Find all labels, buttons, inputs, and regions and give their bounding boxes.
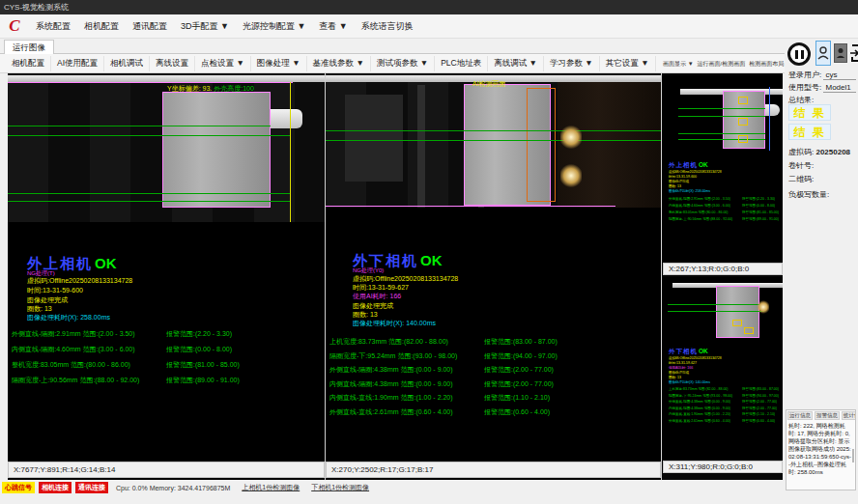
log-scrollbar[interactable] xyxy=(852,449,854,462)
measurement-row: 外侧直线-隔圈:4.38mm 范围:(0.00 - 9.00) 报警范围:(2.… xyxy=(669,400,783,405)
log-box[interactable]: 运行信息报警信息统计信息 耗时: 222, 网络检测耗时: 17, 网络分类耗时… xyxy=(786,409,856,490)
toolbar-item[interactable]: 相机调试 xyxy=(104,56,150,71)
timing-line: 图像处理耗时(X): 140.00ms xyxy=(669,379,783,384)
baseline-pink xyxy=(8,82,293,83)
control-panel: 登录用户: cys 使用型号: Model1 总结果: 结 果 结 果 虚拟码:… xyxy=(785,39,858,504)
tab-strip: 运行图像 xyxy=(0,39,858,54)
measurement-value: 整机宽度:83.05mm 范围:(80.00 - 86.00) xyxy=(669,210,741,214)
toolbar-item[interactable]: 离线设置 xyxy=(150,56,195,71)
toolbar-item[interactable]: 点检设置 ▼ xyxy=(195,56,251,71)
camera-image-lower: AI检测画面 xyxy=(326,75,661,208)
alarm-range: 报警范围:(0.00 - 8.00) xyxy=(742,204,775,208)
exit-button[interactable] xyxy=(850,42,858,64)
toolbar-item[interactable]: PLC地址表 xyxy=(435,56,488,71)
login-label: 登录用户: xyxy=(788,70,821,79)
measurement-row: 隔圈宽度-下:95.24mm 范围:(93.00 - 98.00) 报警范围:(… xyxy=(329,351,558,361)
time-line: 时间:13-31-59-600 xyxy=(27,286,83,295)
toolbar-item[interactable]: 图像处理 ▼ xyxy=(251,56,307,71)
lower-camera-image-link[interactable]: 下相机1份检测图像 xyxy=(311,483,369,492)
splitter[interactable] xyxy=(661,73,662,480)
comm-connect-badge: 通讯连接 xyxy=(75,482,108,493)
toolbar-item[interactable]: 测试项参数 ▼ xyxy=(371,56,435,71)
login-value[interactable]: cys xyxy=(823,70,856,80)
camera-image-upper: Y坐标偏差: 93. 外壳高度:100 xyxy=(8,75,325,222)
user-switch-button[interactable] xyxy=(834,43,847,63)
toolbar-item[interactable]: 基准线参数 ▼ xyxy=(307,56,371,71)
alarm-range: 报警范围:(81.00 - 85.00) xyxy=(166,361,240,368)
tab-run-image[interactable]: 运行图像 xyxy=(4,40,54,54)
alarm-range: 报警范围:(89.00 - 91.00) xyxy=(166,377,240,383)
measurement-list: 上机宽度:83.73mm 范围:(82.00 - 88.00) 报警范围:(83… xyxy=(329,337,558,422)
field-value: 20250208 xyxy=(815,148,850,156)
camera-thumb-upper[interactable]: 外上相机OK 虚拟码:Offline20250208133134728 时间:1… xyxy=(663,75,783,263)
timing-line: 图像处理耗时(X): 258.00ms xyxy=(669,188,783,193)
model-label: 使用型号: xyxy=(788,83,821,92)
measurement-value: 内侧直线-隔圈:4.38mm 范围:(0.00 - 9.00) xyxy=(669,406,741,410)
camera-status: OK xyxy=(699,161,708,169)
menu-item[interactable]: 查看 ▼ xyxy=(312,17,354,36)
display-layout-link[interactable]: 检测画面布局 xyxy=(749,60,784,69)
measurement-row: 内侧直线-隔圈:4.38mm 范围:(0.00 - 9.00) 报警范围:(2.… xyxy=(329,379,558,389)
alarm-range: 报警范围:(0.60 - 4.00) xyxy=(742,419,775,423)
camera-view-upper-outer[interactable]: Y坐标偏差: 93. 外壳高度:100 外上相机OK NG处理(T) 虚拟码:O… xyxy=(8,75,325,462)
log-tab[interactable]: 运行信息 xyxy=(787,411,813,420)
ai-detect-rect xyxy=(527,88,556,202)
user-login-button[interactable] xyxy=(815,41,831,66)
measurement-value: 内侧直线-隔圈:4.60mm 范围:(3.00 - 6.00) xyxy=(12,345,164,354)
virtual-code-line: 虚拟码:Offline20250208133134728 xyxy=(27,276,132,286)
measure-line xyxy=(678,116,765,117)
menu-item[interactable]: 光源控制配置 ▼ xyxy=(236,17,312,36)
pixel-readout-thumb-upper: X:267;Y:13;R:0;G:0;B:0 xyxy=(663,263,783,275)
measurement-value: 隔圈宽度-下:95.24mm 范围:(93.00 - 98.00) xyxy=(329,351,482,361)
measure-line xyxy=(668,311,764,312)
image-overlay-label: AI检测画面 xyxy=(472,79,506,89)
display-mode-link[interactable]: 运行画面/检测画面 xyxy=(698,60,746,69)
edge-line-yellow xyxy=(290,82,291,222)
edge-line-blue xyxy=(769,87,770,151)
log-tab[interactable]: 报警信息 xyxy=(815,411,840,420)
log-tab[interactable]: 统计信息 xyxy=(842,411,856,420)
toolbar-item[interactable]: 离线调试 ▼ xyxy=(488,56,544,71)
toolbar-item[interactable]: 学习参数 ▼ xyxy=(544,56,600,71)
alarm-range: 报警范围:(2.00 - 77.00) xyxy=(742,400,777,404)
pause-button[interactable] xyxy=(787,42,811,66)
measurement-value: 整机宽度:83.05mm 范围:(80.00 - 86.00) xyxy=(12,360,164,370)
toolbar-item[interactable]: AI使用配置 xyxy=(51,56,104,71)
menu-item[interactable]: 相机配置 xyxy=(77,17,126,36)
measurement-row: 上机宽度:83.73mm 范围:(82.00 - 88.00) 报警范围:(83… xyxy=(669,387,783,392)
alarm-range: 报警范围:(1.10 - 2.10) xyxy=(742,412,775,416)
status-bar: 心跳信号 相机连接 通讯连接 Cpu: 0.0% Memory: 3424.41… xyxy=(0,481,783,494)
measurement-row: 外侧直线-直线:2.61mm 范围:(0.60 - 4.00) 报警范围:(0.… xyxy=(329,407,558,417)
field-virtual-code: 虚拟码: 20250208 xyxy=(788,147,850,157)
measurement-row: 内侧直线-直线:1.90mm 范围:(1.00 - 2.20) 报警范围:(1.… xyxy=(669,412,783,417)
camera-connect-badge: 相机连接 xyxy=(39,482,72,493)
model-value[interactable]: Model1 xyxy=(823,83,856,93)
field-qr-code: 二维码: xyxy=(788,174,814,184)
measure-line xyxy=(8,193,290,194)
pixel-readout-lower: X:270;Y:2502;R:17;G:17;B:17 xyxy=(326,462,661,478)
menu-item[interactable]: 3D手配置 ▼ xyxy=(174,17,236,36)
alarm-range: 报警范围:(2.20 - 3.30) xyxy=(166,330,232,337)
upper-camera-image-link[interactable]: 上相机1份检测图像 xyxy=(242,483,300,492)
toolbar-item[interactable]: 相机配置 xyxy=(6,56,51,71)
measurement-value: 隔圈宽度-下:95.24mm 范围:(93.00 - 98.00) xyxy=(669,393,741,398)
camera-result-title: 外下相机OK xyxy=(669,347,783,355)
reflection-glow xyxy=(560,164,582,187)
camera-view-lower-outer[interactable]: AI检测画面 外下相机OK NG处理(Y0) 虚拟码:Offline202502… xyxy=(326,75,661,462)
field-write-count: 负极写数量: xyxy=(788,189,829,200)
measurement-value: 外侧直线-直线:2.61mm 范围:(0.60 - 4.00) xyxy=(669,418,741,423)
measurement-row: 隔圈宽度-上:90.56mm 范围:(88.00 - 92.00) 报警范围:(… xyxy=(12,376,240,385)
display-mode-dropdown[interactable]: 画面显示 ▼ xyxy=(663,60,694,69)
user-dark-icon xyxy=(836,47,845,59)
menu-item[interactable]: 系统配置 xyxy=(29,17,77,36)
menu-item[interactable]: 通讯配置 xyxy=(126,17,174,36)
camera-status: OK xyxy=(420,252,443,268)
field-label: 卷针号: xyxy=(788,161,814,170)
measurement-row: 整机宽度:83.05mm 范围:(80.00 - 86.00) 报警范围:(81… xyxy=(12,360,240,370)
thumb-result-text: 外下相机OK 虚拟码:Offline20250208133134728 时间:1… xyxy=(669,347,783,425)
model-row: 使用型号: Model1 xyxy=(788,82,856,93)
toolbar-item[interactable]: 其它设置 ▼ xyxy=(600,56,656,71)
camera-thumb-lower[interactable]: 外下相机OK 虚拟码:Offline20250208133134728 时间:1… xyxy=(663,277,783,461)
measurement-list: 外侧直线-隔圈:2.91mm 范围:(2.00 - 3.50) 报警范围:(2.… xyxy=(12,329,240,391)
menu-item[interactable]: 系统语言切换 xyxy=(355,17,420,36)
